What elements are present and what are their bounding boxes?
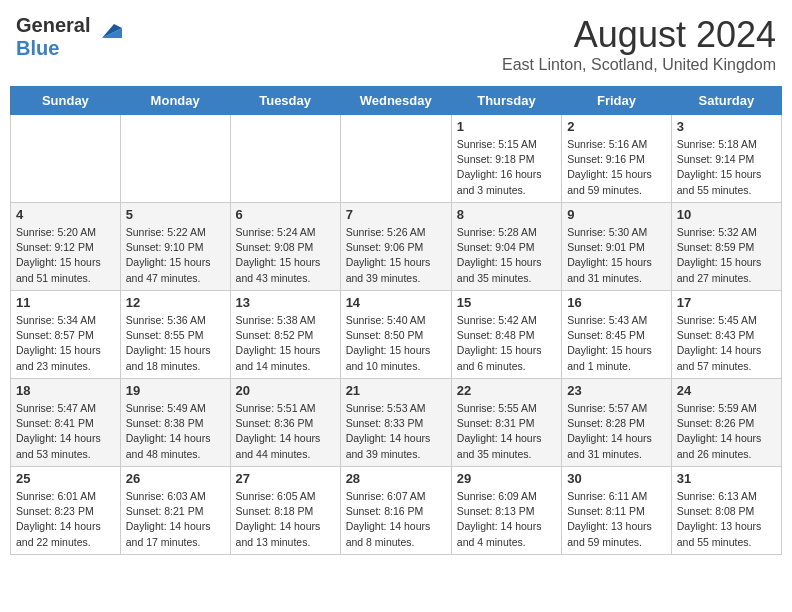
day-info: Sunrise: 5:53 AM Sunset: 8:33 PM Dayligh… [346,401,446,462]
day-number: 16 [567,295,666,310]
day-number: 20 [236,383,335,398]
calendar-cell: 20Sunrise: 5:51 AM Sunset: 8:36 PM Dayli… [230,379,340,467]
calendar-week-3: 11Sunrise: 5:34 AM Sunset: 8:57 PM Dayli… [11,291,782,379]
day-info: Sunrise: 5:51 AM Sunset: 8:36 PM Dayligh… [236,401,335,462]
col-header-wednesday: Wednesday [340,87,451,115]
day-info: Sunrise: 5:24 AM Sunset: 9:08 PM Dayligh… [236,225,335,286]
calendar-week-1: 1Sunrise: 5:15 AM Sunset: 9:18 PM Daylig… [11,115,782,203]
calendar-cell: 19Sunrise: 5:49 AM Sunset: 8:38 PM Dayli… [120,379,230,467]
calendar-cell: 7Sunrise: 5:26 AM Sunset: 9:06 PM Daylig… [340,203,451,291]
calendar-week-4: 18Sunrise: 5:47 AM Sunset: 8:41 PM Dayli… [11,379,782,467]
col-header-thursday: Thursday [451,87,561,115]
day-number: 18 [16,383,115,398]
calendar-cell: 2Sunrise: 5:16 AM Sunset: 9:16 PM Daylig… [562,115,672,203]
day-number: 21 [346,383,446,398]
day-number: 10 [677,207,776,222]
day-info: Sunrise: 6:09 AM Sunset: 8:13 PM Dayligh… [457,489,556,550]
month-title: August 2024 [502,14,776,56]
day-info: Sunrise: 5:43 AM Sunset: 8:45 PM Dayligh… [567,313,666,374]
col-header-saturday: Saturday [671,87,781,115]
day-info: Sunrise: 6:03 AM Sunset: 8:21 PM Dayligh… [126,489,225,550]
day-number: 26 [126,471,225,486]
page-header: General Blue August 2024 East Linton, Sc… [10,10,782,78]
calendar-cell: 9Sunrise: 5:30 AM Sunset: 9:01 PM Daylig… [562,203,672,291]
calendar-cell: 11Sunrise: 5:34 AM Sunset: 8:57 PM Dayli… [11,291,121,379]
day-info: Sunrise: 5:36 AM Sunset: 8:55 PM Dayligh… [126,313,225,374]
calendar-cell [230,115,340,203]
calendar-cell: 17Sunrise: 5:45 AM Sunset: 8:43 PM Dayli… [671,291,781,379]
calendar-cell: 22Sunrise: 5:55 AM Sunset: 8:31 PM Dayli… [451,379,561,467]
calendar-cell: 29Sunrise: 6:09 AM Sunset: 8:13 PM Dayli… [451,467,561,555]
day-number: 25 [16,471,115,486]
day-number: 3 [677,119,776,134]
calendar-cell: 13Sunrise: 5:38 AM Sunset: 8:52 PM Dayli… [230,291,340,379]
calendar-cell: 12Sunrise: 5:36 AM Sunset: 8:55 PM Dayli… [120,291,230,379]
day-number: 19 [126,383,225,398]
day-info: Sunrise: 6:01 AM Sunset: 8:23 PM Dayligh… [16,489,115,550]
calendar-cell: 27Sunrise: 6:05 AM Sunset: 8:18 PM Dayli… [230,467,340,555]
day-number: 22 [457,383,556,398]
calendar-cell: 31Sunrise: 6:13 AM Sunset: 8:08 PM Dayli… [671,467,781,555]
calendar-cell: 30Sunrise: 6:11 AM Sunset: 8:11 PM Dayli… [562,467,672,555]
calendar-cell: 3Sunrise: 5:18 AM Sunset: 9:14 PM Daylig… [671,115,781,203]
day-info: Sunrise: 5:42 AM Sunset: 8:48 PM Dayligh… [457,313,556,374]
day-info: Sunrise: 5:34 AM Sunset: 8:57 PM Dayligh… [16,313,115,374]
day-info: Sunrise: 5:57 AM Sunset: 8:28 PM Dayligh… [567,401,666,462]
day-info: Sunrise: 5:59 AM Sunset: 8:26 PM Dayligh… [677,401,776,462]
day-info: Sunrise: 6:05 AM Sunset: 8:18 PM Dayligh… [236,489,335,550]
day-info: Sunrise: 5:15 AM Sunset: 9:18 PM Dayligh… [457,137,556,198]
day-number: 24 [677,383,776,398]
day-number: 13 [236,295,335,310]
col-header-friday: Friday [562,87,672,115]
day-number: 7 [346,207,446,222]
calendar-cell: 28Sunrise: 6:07 AM Sunset: 8:16 PM Dayli… [340,467,451,555]
calendar-cell: 26Sunrise: 6:03 AM Sunset: 8:21 PM Dayli… [120,467,230,555]
calendar-cell: 5Sunrise: 5:22 AM Sunset: 9:10 PM Daylig… [120,203,230,291]
day-number: 29 [457,471,556,486]
calendar-cell: 4Sunrise: 5:20 AM Sunset: 9:12 PM Daylig… [11,203,121,291]
calendar-cell: 23Sunrise: 5:57 AM Sunset: 8:28 PM Dayli… [562,379,672,467]
col-header-tuesday: Tuesday [230,87,340,115]
day-number: 17 [677,295,776,310]
day-number: 8 [457,207,556,222]
day-info: Sunrise: 6:11 AM Sunset: 8:11 PM Dayligh… [567,489,666,550]
col-header-monday: Monday [120,87,230,115]
day-info: Sunrise: 5:55 AM Sunset: 8:31 PM Dayligh… [457,401,556,462]
day-info: Sunrise: 5:16 AM Sunset: 9:16 PM Dayligh… [567,137,666,198]
calendar-cell: 16Sunrise: 5:43 AM Sunset: 8:45 PM Dayli… [562,291,672,379]
calendar-cell: 6Sunrise: 5:24 AM Sunset: 9:08 PM Daylig… [230,203,340,291]
calendar-cell: 8Sunrise: 5:28 AM Sunset: 9:04 PM Daylig… [451,203,561,291]
calendar-cell: 21Sunrise: 5:53 AM Sunset: 8:33 PM Dayli… [340,379,451,467]
day-info: Sunrise: 6:07 AM Sunset: 8:16 PM Dayligh… [346,489,446,550]
logo: General Blue [16,14,122,60]
day-info: Sunrise: 5:22 AM Sunset: 9:10 PM Dayligh… [126,225,225,286]
calendar-cell: 14Sunrise: 5:40 AM Sunset: 8:50 PM Dayli… [340,291,451,379]
day-info: Sunrise: 5:45 AM Sunset: 8:43 PM Dayligh… [677,313,776,374]
day-info: Sunrise: 5:28 AM Sunset: 9:04 PM Dayligh… [457,225,556,286]
day-info: Sunrise: 6:13 AM Sunset: 8:08 PM Dayligh… [677,489,776,550]
day-number: 28 [346,471,446,486]
calendar-cell: 24Sunrise: 5:59 AM Sunset: 8:26 PM Dayli… [671,379,781,467]
title-block: August 2024 East Linton, Scotland, Unite… [502,14,776,74]
day-number: 5 [126,207,225,222]
day-info: Sunrise: 5:47 AM Sunset: 8:41 PM Dayligh… [16,401,115,462]
day-number: 23 [567,383,666,398]
calendar-cell: 15Sunrise: 5:42 AM Sunset: 8:48 PM Dayli… [451,291,561,379]
day-number: 2 [567,119,666,134]
day-info: Sunrise: 5:49 AM Sunset: 8:38 PM Dayligh… [126,401,225,462]
calendar-cell: 1Sunrise: 5:15 AM Sunset: 9:18 PM Daylig… [451,115,561,203]
logo-general: General [16,14,90,36]
day-number: 9 [567,207,666,222]
day-number: 6 [236,207,335,222]
day-number: 4 [16,207,115,222]
day-number: 27 [236,471,335,486]
col-header-sunday: Sunday [11,87,121,115]
day-info: Sunrise: 5:26 AM Sunset: 9:06 PM Dayligh… [346,225,446,286]
day-number: 1 [457,119,556,134]
day-info: Sunrise: 5:32 AM Sunset: 8:59 PM Dayligh… [677,225,776,286]
calendar-cell: 25Sunrise: 6:01 AM Sunset: 8:23 PM Dayli… [11,467,121,555]
day-number: 30 [567,471,666,486]
calendar-cell: 18Sunrise: 5:47 AM Sunset: 8:41 PM Dayli… [11,379,121,467]
calendar-week-5: 25Sunrise: 6:01 AM Sunset: 8:23 PM Dayli… [11,467,782,555]
day-number: 11 [16,295,115,310]
